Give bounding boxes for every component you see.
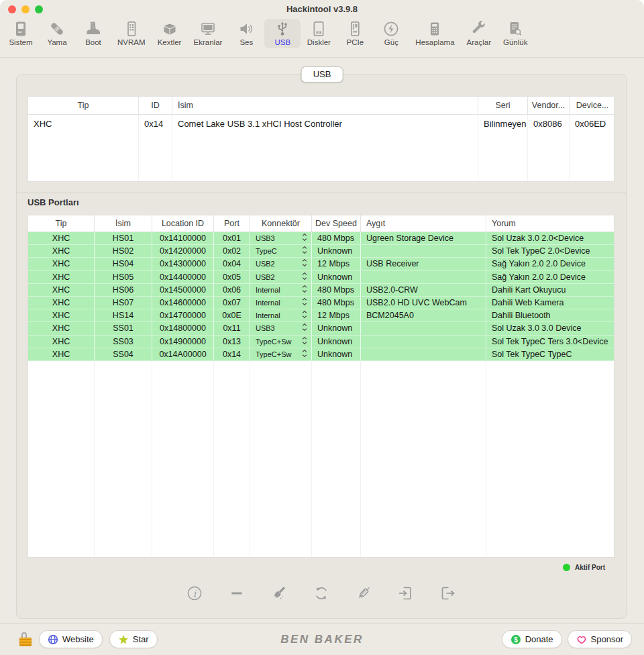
cell: Dahili Kart Okuyucu	[486, 284, 614, 296]
clean-button[interactable]	[270, 585, 288, 602]
connector-select[interactable]: USB3	[250, 232, 312, 244]
cell: 0x06	[214, 284, 250, 296]
toolbar-item-label: Hesaplama	[415, 38, 454, 46]
toolbar-item-ekranlar[interactable]: Ekranlar	[188, 19, 229, 48]
column-header[interactable]: Port	[214, 215, 250, 232]
port-row-ss04[interactable]: XHCSS040x14A000000x14TypeC+SwUnknownSol …	[28, 348, 614, 361]
stepper-arrows-icon	[302, 233, 307, 244]
column-header[interactable]: Location ID	[152, 215, 214, 232]
connector-select[interactable]: Internal	[250, 297, 312, 309]
cell: 0x14200000	[152, 245, 214, 257]
cell: HS02	[95, 245, 152, 257]
toolbar: SistemYamaBootNVRAMKextlerEkranlarSesUSB…	[3, 19, 641, 57]
connector-value: TypeC+Sw	[256, 350, 292, 358]
port-row-hs06[interactable]: XHCHS060x145000000x06Internal480 MbpsUSB…	[28, 284, 614, 297]
column-header[interactable]: Dev Speed	[312, 215, 361, 232]
export-button[interactable]	[439, 585, 457, 602]
connector-select[interactable]: USB2	[250, 271, 312, 283]
cell: Unknown	[312, 245, 361, 257]
section-divider	[17, 193, 626, 193]
stepper-arrows-icon	[302, 310, 307, 321]
refresh-button[interactable]	[313, 585, 330, 602]
column-header[interactable]: İsim	[172, 97, 478, 114]
column-header[interactable]: Yorum	[486, 215, 614, 232]
broom-icon	[270, 585, 288, 602]
cell: XHC	[28, 348, 95, 360]
connector-select[interactable]: Internal	[250, 309, 312, 321]
connector-value: USB3	[256, 234, 275, 242]
content-panel: TipIDİsimSeriVendor...Device...XHC0x14Co…	[16, 74, 627, 619]
active-port-dot	[563, 564, 570, 571]
controllers-table: TipIDİsimSeriVendor...Device...XHC0x14Co…	[28, 96, 614, 182]
toolbar-item-label: Sistem	[9, 38, 32, 46]
cell: 480 Mbps	[312, 297, 361, 309]
toolbar-item-label: Güç	[384, 38, 398, 46]
controller-row[interactable]: XHC0x14Comet Lake USB 3.1 xHCI Host Cont…	[28, 115, 614, 132]
cell: Sol Tek TypeC TypeC	[486, 348, 614, 360]
port-row-ss03[interactable]: XHCSS030x149000000x13TypeC+SwUnknownSol …	[28, 336, 614, 348]
cell: 0x04	[214, 258, 250, 270]
cell: Unknown	[312, 271, 361, 283]
active-port-legend: Aktif Port	[563, 564, 605, 571]
port-row-ss01[interactable]: XHCSS010x148000000x11USB3UnknownSol Uzak…	[28, 322, 614, 335]
toolbar-item-diskler[interactable]: Diskler	[301, 19, 337, 48]
port-row-hs07[interactable]: XHCHS070x146000000x07Internal480 MbpsUSB…	[28, 297, 614, 309]
stepper-arrows-icon	[302, 285, 307, 295]
toolbar-item-gunluk[interactable]: Günlük	[497, 19, 533, 48]
inject-button[interactable]	[355, 585, 372, 602]
connector-select[interactable]: USB2	[250, 258, 312, 270]
connector-value: USB2	[256, 260, 275, 268]
port-row-hs05[interactable]: XHCHS050x144000000x05USB2UnknownSağ Yakı…	[28, 271, 614, 284]
column-header[interactable]: Tip	[28, 215, 95, 232]
port-row-hs02[interactable]: XHCHS020x142000000x02TypeCUnknownSol Tek…	[28, 245, 614, 258]
column-header[interactable]: Device...	[570, 97, 614, 114]
toolbar-item-pcie[interactable]: PCIe	[337, 19, 373, 48]
connector-select[interactable]: TypeC+Sw	[250, 336, 312, 348]
toolbar-item-hesaplama[interactable]: Hesaplama	[409, 19, 460, 48]
port-row-hs01[interactable]: XHCHS010x141000000x01USB3480 MbpsUgreen …	[28, 232, 614, 245]
toolbar-item-usb[interactable]: USB	[264, 19, 301, 48]
toolbar-item-sistem[interactable]: Sistem	[3, 19, 39, 48]
remove-button[interactable]	[228, 585, 246, 602]
toolbar-divider	[0, 57, 644, 58]
port-row-hs14[interactable]: XHCHS140x147000000x0EInternal12 MbpsBCM2…	[28, 309, 614, 322]
cell: 12 Mbps	[312, 258, 361, 270]
column-header[interactable]: ID	[139, 97, 172, 114]
toolbar-item-boot[interactable]: Boot	[75, 19, 111, 48]
column-header[interactable]: Konnektör	[250, 215, 312, 232]
connector-select[interactable]: TypeC	[250, 245, 312, 257]
calculator-icon	[426, 20, 443, 38]
footer: BEN BAKER Website Star $ Donate Sponsor	[0, 623, 644, 655]
column-header[interactable]: Seri	[478, 97, 528, 114]
stepper-arrows-icon	[302, 272, 307, 283]
info-button[interactable]: i	[186, 585, 203, 602]
connector-value: TypeC	[256, 247, 277, 255]
svg-text:i: i	[193, 589, 197, 599]
cell: 0x14A00000	[152, 348, 214, 360]
column-header[interactable]: Tip	[28, 97, 139, 114]
toolbar-item-label: Boot	[85, 38, 101, 46]
toolbar-item-kextler[interactable]: Kextler	[152, 19, 188, 48]
toolbar-item-yama[interactable]: Yama	[39, 19, 75, 48]
toolbar-item-ses[interactable]: Ses	[228, 19, 264, 48]
port-row-hs04[interactable]: XHCHS040x143000000x04USB212 MbpsUSB Rece…	[28, 258, 614, 270]
column-header[interactable]: Vendor...	[528, 97, 570, 114]
toolbar-item-nvram[interactable]: NVRAM	[111, 19, 152, 48]
cell: XHC	[28, 245, 95, 257]
lock-icon[interactable]	[19, 632, 32, 647]
cell: Bilinmeyen	[478, 115, 528, 132]
connector-select[interactable]: USB3	[250, 322, 312, 334]
toolbar-item-guc[interactable]: Güç	[373, 19, 409, 48]
cell: Sol Uzak 3.0 3.0 Device	[486, 322, 614, 334]
usb-tab[interactable]: USB	[301, 66, 343, 83]
boot-icon	[85, 20, 102, 38]
import-button[interactable]	[397, 585, 415, 602]
cell: BCM2045A0	[361, 309, 486, 321]
column-header[interactable]: Aygıt	[361, 215, 486, 232]
connector-select[interactable]: TypeC+Sw	[250, 348, 312, 360]
connector-select[interactable]: Internal	[250, 284, 312, 296]
cell: 0x14300000	[152, 258, 214, 270]
toolbar-item-label: Ekranlar	[194, 38, 223, 46]
toolbar-item-araclar[interactable]: Araçlar	[461, 19, 497, 48]
column-header[interactable]: İsim	[95, 215, 152, 232]
